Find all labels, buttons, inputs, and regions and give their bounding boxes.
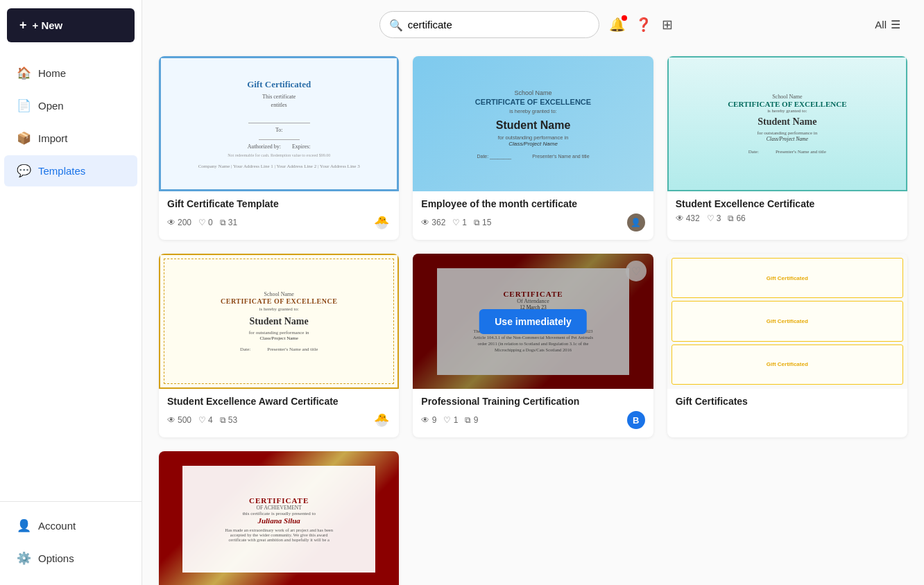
template-card-employee[interactable]: School Name CERTIFICATE OF EXCELLENCE is… xyxy=(413,56,653,240)
sec-footer: Date:Presenter's Name and title xyxy=(748,149,826,155)
account-label: Account xyxy=(38,520,76,532)
sidebar-item-account[interactable]: 👤 Account xyxy=(4,510,137,541)
likes-gift-blue: ♡ 0 xyxy=(198,218,213,227)
template-info-attendance: Professional Training Certification 👁 9 … xyxy=(413,389,653,437)
views-excel-gold: 👁 500 xyxy=(167,415,191,425)
sec-title: CERTIFICATE OF EXCELLENCE xyxy=(728,100,846,108)
sidebar-item-label: Open xyxy=(38,100,64,112)
main-content: 🔍 🔔 ❓ ⊞ All ☰ Gift Certificated xyxy=(142,0,924,585)
template-name-employee: Employee of the month certificate xyxy=(421,198,644,209)
new-button-label: + New xyxy=(33,19,63,31)
uses-student-cyan: ⧉ 66 xyxy=(728,213,745,223)
ec-title: CERTIFICATE OF EXCELLENCE xyxy=(221,297,337,305)
filter-button[interactable]: All ☰ xyxy=(868,14,907,35)
achieve-name: Juliana Silua xyxy=(257,516,300,525)
sidebar-item-home[interactable]: 🏠 Home xyxy=(4,58,137,89)
filter-menu-icon: ☰ xyxy=(891,18,900,31)
views-attendance: 👁 9 xyxy=(421,415,436,425)
uses-employee: ⧉ 15 xyxy=(474,218,491,227)
likes-attendance: ♡ 1 xyxy=(443,415,458,425)
cert-title-gift-blue: Gift Certificated xyxy=(247,79,311,90)
avatar-employee: 👤 xyxy=(627,213,645,232)
uses-attendance: ⧉ 9 xyxy=(465,415,478,425)
template-name-student-cyan: Student Excellence Certificate xyxy=(676,198,899,209)
cert-body-gift-blue: This certificateentitles To: Authorized … xyxy=(228,93,330,159)
uses-gift-blue: ⧉ 31 xyxy=(220,218,237,227)
avatar-excel-gold: 🐣 xyxy=(373,411,391,429)
template-card-student-cyan[interactable]: School Name CERTIFICATE OF EXCELLENCE is… xyxy=(667,56,907,240)
gift-stack-container: Gift Certificated Gift Certificated Gift… xyxy=(667,254,907,389)
use-immediately-button[interactable]: Use immediately xyxy=(479,309,587,334)
gift-small-2: Gift Certificated xyxy=(671,301,903,341)
template-info-gift-stack: Gift Certificates xyxy=(667,389,907,419)
open-icon: 📄 xyxy=(17,98,31,113)
template-info-gift-blue: Gift Certificate Template 👁 200 ♡ 0 ⧉ 31… xyxy=(159,191,399,240)
notification-dot xyxy=(622,15,627,21)
template-info-student-cyan: Student Excellence Certificate 👁 432 ♡ 3… xyxy=(667,191,907,232)
avatar-attendance: B xyxy=(627,411,645,429)
filter-label: All xyxy=(875,19,887,30)
avatar-gift-blue: 🐣 xyxy=(373,213,391,232)
template-thumb-excel-gold: School Name CERTIFICATE OF EXCELLENCE is… xyxy=(159,254,399,389)
template-card-gift-stack[interactable]: Gift Certificated Gift Certificated Gift… xyxy=(667,254,907,437)
search-icon: 🔍 xyxy=(389,18,403,31)
sidebar-item-templates[interactable]: 💬 Templates xyxy=(4,155,137,186)
ec-class: Class/Project Name xyxy=(259,335,298,341)
sidebar-item-label: Templates xyxy=(38,165,85,177)
sidebar-item-import[interactable]: 📦 Import xyxy=(4,123,137,154)
ec-school: School Name xyxy=(264,291,294,297)
import-icon: 📦 xyxy=(17,131,31,146)
ec-footer: Date:Presenter's Name and title xyxy=(240,347,318,352)
sidebar-item-options[interactable]: ⚙️ Options xyxy=(4,543,137,574)
account-icon: 👤 xyxy=(17,518,31,533)
template-meta-gift-blue: 👁 200 ♡ 0 ⧉ 31 🐣 xyxy=(167,213,391,232)
views-student-cyan: 👁 432 xyxy=(676,213,700,223)
template-card-attendance[interactable]: CERTIFICATE Of Attendance 12 March 23 Fe… xyxy=(413,254,653,437)
sidebar-item-open[interactable]: 📄 Open xyxy=(4,90,137,121)
sec-name: Student Name xyxy=(758,116,816,128)
template-name-attendance: Professional Training Certification xyxy=(421,396,644,407)
likes-excel-gold: ♡ 4 xyxy=(198,415,213,425)
sec-sub: is hereby granted to: xyxy=(767,108,807,114)
new-button[interactable]: + + New xyxy=(7,8,135,42)
topbar-actions: 🔔 ❓ ⊞ xyxy=(599,17,673,33)
ec-sub: is hereby granted to: xyxy=(259,306,298,312)
sidebar-item-label: Home xyxy=(38,67,66,79)
achieve-subtitle: OF ACHIEVEMENT xyxy=(257,505,302,511)
topbar: 🔍 🔔 ❓ ⊞ All ☰ xyxy=(142,0,924,49)
template-thumb-achievement: CERTIFICATE OF ACHIEVEMENT this certific… xyxy=(159,451,399,585)
uses-excel-gold: ⧉ 53 xyxy=(220,415,237,425)
ec-name: Student Name xyxy=(250,316,309,327)
template-thumb-student-cyan: School Name CERTIFICATE OF EXCELLENCE is… xyxy=(667,56,907,191)
views-employee: 👁 362 xyxy=(421,218,445,227)
likes-employee: ♡ 1 xyxy=(452,218,467,227)
sec-school: School Name xyxy=(772,94,802,100)
template-card-gift-blue[interactable]: Gift Certificated This certificateentitl… xyxy=(159,56,399,240)
gift-small-3: Gift Certificated xyxy=(671,344,903,385)
templates-icon: 💬 xyxy=(17,164,31,178)
template-meta-student-cyan: 👁 432 ♡ 3 ⧉ 66 xyxy=(676,213,899,223)
sec-perf: for outstanding performance in xyxy=(757,130,817,136)
template-info-employee: Employee of the month certificate 👁 362 … xyxy=(413,191,653,240)
sec-class: Class/Project Name xyxy=(767,136,808,142)
options-label: Options xyxy=(38,552,74,564)
achieve-body: Has made an extraordinary work of art pr… xyxy=(225,527,333,542)
ec-perf: for outstanding performance in xyxy=(249,330,309,335)
templates-grid: Gift Certificated This certificateentitl… xyxy=(142,49,924,585)
search-input[interactable] xyxy=(379,11,600,38)
gift-small-1: Gift Certificated xyxy=(671,258,903,298)
template-card-achievement[interactable]: CERTIFICATE OF ACHIEVEMENT this certific… xyxy=(159,451,399,585)
help-icon[interactable]: ❓ xyxy=(635,17,652,33)
template-thumb-employee: School Name CERTIFICATE OF EXCELLENCE is… xyxy=(413,56,653,191)
achieve-sub: this certificate is proudly presented to xyxy=(242,511,316,516)
achieve-title: CERTIFICATE xyxy=(249,496,309,505)
grid-icon[interactable]: ⊞ xyxy=(662,17,673,33)
template-meta-employee: 👁 362 ♡ 1 ⧉ 15 👤 xyxy=(421,213,644,232)
template-thumb-gift-stack: Gift Certificated Gift Certificated Gift… xyxy=(667,254,907,389)
template-card-excel-gold[interactable]: School Name CERTIFICATE OF EXCELLENCE is… xyxy=(159,254,399,437)
sidebar-item-label: Import xyxy=(38,132,68,144)
notification-icon[interactable]: 🔔 xyxy=(609,17,626,33)
template-thumb-attendance: CERTIFICATE Of Attendance 12 March 23 Fe… xyxy=(413,254,653,389)
options-icon: ⚙️ xyxy=(17,551,31,566)
template-name-excel-gold: Student Excellence Award Certificate xyxy=(167,396,391,407)
